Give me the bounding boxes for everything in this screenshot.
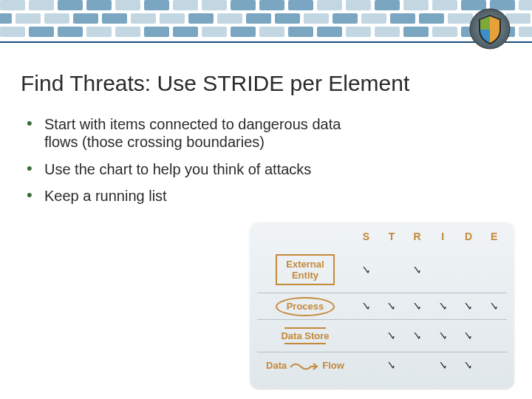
- stride-cell: ✓: [379, 293, 405, 320]
- checkmark-icon: ✓: [438, 358, 448, 372]
- header-brick-pattern: [0, 0, 532, 53]
- row-label: ExternalEntity: [257, 247, 353, 293]
- stride-cell: [430, 247, 456, 293]
- stride-cell: ✓: [430, 352, 456, 379]
- table-row: Data Store✓✓✓✓: [257, 320, 507, 352]
- bullet-item: Use the chart to help you think of attac…: [31, 160, 356, 178]
- stride-cell: ✓: [404, 247, 430, 293]
- col-i: I: [430, 226, 456, 247]
- datastore-line-icon: [284, 327, 326, 329]
- stride-cell: [481, 352, 507, 379]
- stride-cell: [404, 352, 430, 379]
- checkmark-icon: ✓: [438, 299, 448, 313]
- stride-chart: S T R I D E ExternalEntity✓✓Process✓✓✓✓✓…: [250, 222, 514, 389]
- stride-cell: [481, 247, 507, 293]
- stride-cell: ✓: [379, 320, 405, 352]
- checkmark-icon: ✓: [438, 329, 448, 343]
- shield-logo-icon: [468, 7, 511, 50]
- dataflow-wave-icon: [290, 362, 319, 371]
- bullet-item: Keep a running list: [31, 187, 356, 205]
- checkmark-icon: ✓: [412, 299, 422, 313]
- stride-cell: ✓: [481, 293, 507, 320]
- stride-cell: ✓: [379, 352, 405, 379]
- bullet-item: Start with items connected to dangerous …: [31, 115, 356, 151]
- checkmark-icon: ✓: [463, 299, 473, 313]
- stride-cell: [353, 320, 379, 352]
- stride-cell: ✓: [404, 320, 430, 352]
- external-entity-box-icon: ExternalEntity: [276, 254, 334, 285]
- stride-table: S T R I D E ExternalEntity✓✓Process✓✓✓✓✓…: [257, 226, 507, 378]
- stride-cell: ✓: [404, 293, 430, 320]
- checkmark-icon: ✓: [412, 263, 422, 277]
- checkmark-icon: ✓: [361, 299, 371, 313]
- stride-cell: ✓: [456, 293, 482, 320]
- col-t: T: [379, 226, 405, 247]
- table-row: DataFlow✓✓✓: [257, 352, 507, 379]
- col-s: S: [353, 226, 379, 247]
- datastore-line-icon: [284, 343, 326, 344]
- table-row: Process✓✓✓✓✓✓: [257, 293, 507, 320]
- stride-cell: ✓: [456, 352, 482, 379]
- col-r: R: [404, 226, 430, 247]
- stride-cell: ✓: [353, 293, 379, 320]
- row-label: Process: [257, 293, 353, 320]
- checkmark-icon: ✓: [463, 358, 473, 372]
- checkmark-icon: ✓: [386, 358, 396, 372]
- bullet-list: Start with items connected to dangerous …: [31, 115, 356, 214]
- stride-cell: ✓: [456, 320, 482, 352]
- col-d: D: [456, 226, 482, 247]
- col-e: E: [481, 226, 507, 247]
- table-row: ExternalEntity✓✓: [257, 247, 507, 293]
- checkmark-icon: ✓: [463, 329, 473, 343]
- checkmark-icon: ✓: [386, 329, 396, 343]
- row-label: Data Store: [257, 320, 353, 352]
- checkmark-icon: ✓: [386, 299, 396, 313]
- stride-cell: [379, 247, 405, 293]
- stride-cell: [456, 247, 482, 293]
- page-title: Find Threats: Use STRIDE per Element: [21, 71, 409, 96]
- stride-cell: ✓: [430, 293, 456, 320]
- checkmark-icon: ✓: [489, 299, 499, 313]
- stride-cell: [481, 320, 507, 352]
- checkmark-icon: ✓: [412, 329, 422, 343]
- row-label: DataFlow: [257, 352, 353, 379]
- stride-cell: ✓: [430, 320, 456, 352]
- checkmark-icon: ✓: [361, 263, 371, 277]
- process-oval-icon: [276, 297, 335, 316]
- stride-cell: [353, 352, 379, 379]
- stride-cell: ✓: [353, 247, 379, 293]
